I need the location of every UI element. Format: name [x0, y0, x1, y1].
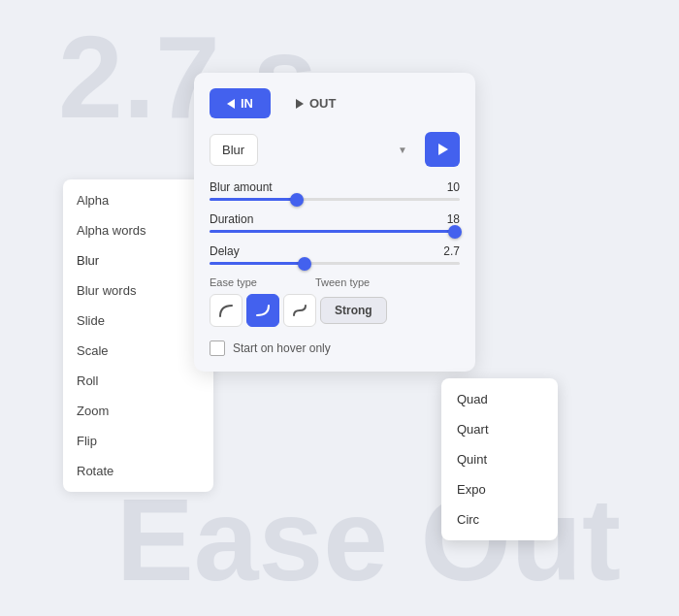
tween-option-circ[interactable]: Circ: [441, 504, 558, 535]
delay-track[interactable]: [210, 262, 460, 265]
hover-row: Start on hover only: [210, 340, 460, 356]
duration-fill: [210, 230, 455, 233]
delay-fill: [210, 262, 305, 265]
out-icon: [296, 99, 304, 109]
ease-curve-icon-1: [217, 302, 235, 319]
ease-type-label: Ease type: [210, 276, 257, 288]
sidebar-item-blur[interactable]: Blur: [63, 245, 213, 276]
tween-option-quint[interactable]: Quint: [441, 444, 558, 474]
effect-select-wrapper: Blur ▼: [210, 134, 417, 166]
duration-label-row: Duration 18: [210, 212, 460, 226]
duration-track[interactable]: [210, 230, 460, 233]
tween-strong-button[interactable]: Strong: [320, 297, 387, 324]
tween-option-quart[interactable]: Quart: [441, 414, 558, 444]
sidebar-item-blur-words[interactable]: Blur words: [63, 276, 213, 306]
play-button[interactable]: [425, 132, 460, 167]
delay-value: 2.7: [443, 244, 460, 258]
in-out-toggle: IN OUT: [210, 88, 460, 118]
duration-label: Duration: [210, 212, 253, 226]
tween-type-label: Tween type: [315, 276, 370, 288]
duration-param: Duration 18: [210, 212, 460, 233]
ease-tween-labels: Ease type Tween type: [210, 276, 460, 288]
blur-amount-label: Blur amount: [210, 180, 273, 194]
out-label: OUT: [309, 96, 336, 111]
out-button[interactable]: OUT: [278, 88, 353, 118]
blur-amount-label-row: Blur amount 10: [210, 180, 460, 194]
tween-dropdown: Quad Quart Quint Expo Circ: [441, 378, 558, 540]
sidebar-item-alpha-words[interactable]: Alpha words: [63, 215, 213, 245]
sidebar-item-roll[interactable]: Roll: [63, 366, 213, 396]
hover-checkbox[interactable]: [210, 340, 225, 356]
blur-amount-param: Blur amount 10: [210, 180, 460, 201]
sidebar-item-slide[interactable]: Slide: [63, 306, 213, 336]
sidebar-item-rotate[interactable]: Rotate: [63, 456, 213, 486]
delay-label: Delay: [210, 244, 240, 258]
tween-option-expo[interactable]: Expo: [441, 474, 558, 504]
duration-thumb[interactable]: [448, 225, 462, 239]
sidebar-item-zoom[interactable]: Zoom: [63, 396, 213, 426]
ease-curve-btn-3[interactable]: [283, 294, 316, 327]
tween-option-quad[interactable]: Quad: [441, 384, 558, 414]
ease-buttons-row: Strong: [210, 294, 460, 327]
delay-label-row: Delay 2.7: [210, 244, 460, 258]
sidebar-item-alpha[interactable]: Alpha: [63, 185, 213, 215]
delay-param: Delay 2.7: [210, 244, 460, 265]
in-button[interactable]: IN: [210, 88, 271, 118]
delay-thumb[interactable]: [298, 257, 311, 271]
ease-tween-row: Ease type Tween type Strong: [210, 276, 460, 327]
blur-amount-value: 10: [447, 180, 460, 194]
sidebar-item-flip[interactable]: Flip: [63, 426, 213, 456]
effect-row: Blur ▼: [210, 132, 460, 167]
effect-select[interactable]: Blur: [210, 134, 258, 166]
blur-amount-fill: [210, 198, 297, 201]
blur-amount-thumb[interactable]: [290, 193, 304, 207]
ease-curve-btn-2[interactable]: [246, 294, 279, 327]
play-icon: [438, 144, 448, 155]
blur-amount-track[interactable]: [210, 198, 460, 201]
hover-label: Start on hover only: [233, 341, 331, 355]
effect-sidebar: Alpha Alpha words Blur Blur words Slide …: [63, 179, 213, 492]
ease-curve-btn-1[interactable]: [210, 294, 242, 327]
sidebar-item-scale[interactable]: Scale: [63, 336, 213, 366]
ease-curve-icon-3: [291, 302, 308, 319]
main-panel: IN OUT Blur ▼ Blur amount 10 D: [194, 73, 475, 372]
dropdown-arrow-icon: ▼: [398, 145, 407, 155]
in-icon: [227, 99, 235, 109]
in-label: IN: [241, 96, 253, 111]
ease-curve-icon-2: [254, 302, 272, 319]
